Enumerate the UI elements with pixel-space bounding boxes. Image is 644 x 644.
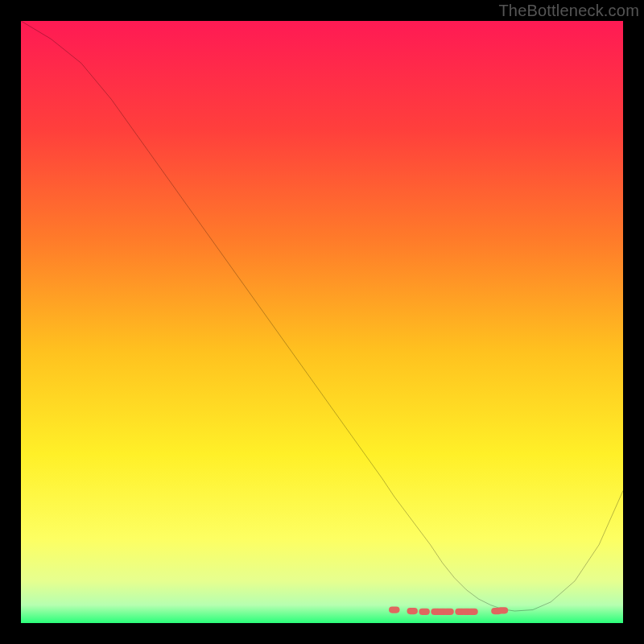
marker-dot [497,607,508,613]
gradient-background [21,21,623,623]
marker-dot [419,609,429,615]
watermark-label: TheBottleneck.com [498,2,639,20]
bottleneck-chart [21,21,623,623]
marker-dot [443,609,453,615]
marker-dot [407,608,417,614]
marker-dot [389,606,399,613]
marker-dot [467,609,477,615]
